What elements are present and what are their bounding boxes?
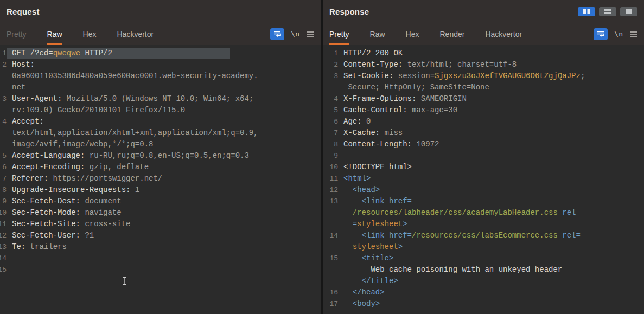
newline-toggle-button[interactable]: \n: [291, 30, 299, 38]
code-line[interactable]: 3Set-Cookie: session=Sjgxszu3oJXefTVGAUG…: [323, 71, 644, 82]
code-line[interactable]: 5Cache-Control: max-age=30: [323, 105, 644, 116]
code-line[interactable]: 15: [0, 264, 321, 275]
newline-toggle-button[interactable]: \n: [614, 30, 623, 38]
response-editor[interactable]: 1HTTP/2 200 OK2Content-Type: text/html; …: [323, 45, 644, 314]
code-line[interactable]: 1HTTP/2 200 OK: [323, 48, 644, 59]
code-line[interactable]: 12Sec-Fetch-User: ?1: [0, 230, 321, 241]
code-text: image/avif,image/webp,*/*;q=0.8: [7, 139, 321, 150]
layout-rows-button[interactable]: [599, 7, 616, 16]
code-text: 0a960011035386d480a059e600ac0001.web-sec…: [7, 71, 321, 82]
code-line[interactable]: 6Age: 0: [323, 116, 644, 127]
code-line[interactable]: rv:109.0) Gecko/20100101 Firefox/115.0: [0, 105, 321, 116]
code-text: Accept:: [7, 116, 321, 127]
line-number: 12: [323, 184, 338, 196]
columns-layout-icon: [583, 9, 590, 14]
response-panel: Response Pr: [323, 0, 644, 314]
line-number: [323, 264, 338, 275]
code-line[interactable]: 9: [323, 150, 644, 162]
code-line[interactable]: 7X-Cache: miss: [323, 127, 644, 139]
code-line[interactable]: 1GET /?cd=qweqwe HTTP/2: [0, 48, 321, 59]
code-text: =stylesheet>: [338, 219, 644, 230]
code-line[interactable]: 6Accept-Encoding: gzip, deflate: [0, 162, 321, 173]
code-line[interactable]: </title>: [323, 275, 644, 287]
code-line[interactable]: 4Accept:: [0, 116, 321, 127]
code-line[interactable]: 9Sec-Fetch-Dest: document: [0, 196, 321, 207]
tab-raw[interactable]: Raw: [370, 23, 385, 45]
code-text: Content-Length: 10972: [338, 139, 644, 150]
code-line[interactable]: 14 <link href=/resources/css/labsEcommer…: [323, 230, 644, 241]
tab-hackvertor[interactable]: Hackvertor: [117, 23, 154, 45]
line-number: 13: [0, 241, 7, 253]
code-text: <head>: [338, 184, 644, 196]
code-line[interactable]: stylesheet>: [323, 241, 644, 253]
tab-hex[interactable]: Hex: [83, 23, 97, 45]
code-line[interactable]: 12 <head>: [323, 184, 644, 196]
code-line[interactable]: 0a960011035386d480a059e600ac0001.web-sec…: [0, 71, 321, 82]
line-number: [0, 139, 7, 150]
line-number: 6: [0, 162, 7, 173]
code-line[interactable]: 10Sec-Fetch-Mode: navigate: [0, 207, 321, 219]
editor-menu-button[interactable]: [306, 31, 314, 37]
code-line[interactable]: 13Te: trailers: [0, 241, 321, 253]
code-text: Sec-Fetch-Dest: document: [7, 196, 321, 207]
code-line[interactable]: 4X-Frame-Options: SAMEORIGIN: [323, 93, 644, 105]
line-number: 10: [0, 207, 7, 219]
tab-raw[interactable]: Raw: [47, 23, 62, 45]
line-number: 11: [0, 219, 7, 230]
code-line[interactable]: 17 <body>: [323, 298, 644, 310]
code-line[interactable]: 11<html>: [323, 173, 644, 184]
code-line[interactable]: 8Upgrade-Insecure-Requests: 1: [0, 184, 321, 196]
code-line[interactable]: 10<!DOCTYPE html>: [323, 162, 644, 173]
code-line[interactable]: text/html,application/xhtml+xml,applicat…: [0, 127, 321, 139]
line-number: 4: [0, 116, 7, 127]
code-text: Upgrade-Insecure-Requests: 1: [7, 184, 321, 196]
code-line[interactable]: 5Accept-Language: ru-RU,ru;q=0.8,en-US;q…: [0, 150, 321, 162]
code-text: <!DOCTYPE html>: [338, 162, 644, 173]
newline-icon: \n: [291, 30, 299, 38]
soft-wrap-button[interactable]: [594, 28, 608, 40]
request-editor[interactable]: 1GET /?cd=qweqwe HTTP/22Host:0a960011035…: [0, 45, 321, 314]
code-line[interactable]: /resources/labheader/css/academyLabHeade…: [323, 207, 644, 219]
response-panel-title: Response: [329, 7, 369, 16]
menu-icon: [629, 31, 637, 37]
line-number: 9: [323, 150, 338, 162]
request-toolbar: \n: [270, 23, 314, 45]
soft-wrap-icon: [273, 30, 282, 38]
ibeam-mouse-cursor: [122, 277, 128, 285]
code-line[interactable]: =stylesheet>: [323, 219, 644, 230]
code-text: rv:109.0) Gecko/20100101 Firefox/115.0: [7, 105, 321, 116]
code-line[interactable]: 2Content-Type: text/html; charset=utf-8: [323, 59, 644, 71]
code-text: Accept-Language: ru-RU,ru;q=0.8,en-US;q=…: [7, 150, 321, 162]
code-line[interactable]: 13 <link href=: [323, 196, 644, 207]
code-line[interactable]: 3User-Agent: Mozilla/5.0 (Windows NT 10.…: [0, 93, 321, 105]
line-number: 16: [323, 287, 338, 298]
code-line[interactable]: image/avif,image/webp,*/*;q=0.8: [0, 139, 321, 150]
request-panel-title: Request: [7, 7, 40, 16]
code-line[interactable]: 16 </head>: [323, 287, 644, 298]
editor-menu-button[interactable]: [629, 31, 637, 37]
code-text: Host:: [7, 59, 321, 71]
code-line[interactable]: 2Host:: [0, 59, 321, 71]
code-line[interactable]: Secure; HttpOnly; SameSite=None: [323, 82, 644, 93]
tab-pretty[interactable]: Pretty: [7, 23, 27, 45]
tab-hex[interactable]: Hex: [406, 23, 419, 45]
code-line[interactable]: Web cache poisoning with an unkeyed head…: [323, 264, 644, 275]
line-number: [0, 71, 7, 82]
line-number: 9: [0, 196, 7, 207]
code-line[interactable]: 7Referer: https://portswigger.net/: [0, 173, 321, 184]
tab-pretty[interactable]: Pretty: [329, 23, 349, 45]
soft-wrap-button[interactable]: [270, 28, 284, 40]
line-number: 13: [323, 196, 338, 207]
code-line[interactable]: 8Content-Length: 10972: [323, 139, 644, 150]
code-text: User-Agent: Mozilla/5.0 (Windows NT 10.0…: [7, 93, 321, 105]
tab-hackvertor[interactable]: Hackvertor: [485, 23, 522, 45]
code-line[interactable]: 14: [0, 253, 321, 264]
code-line[interactable]: 11Sec-Fetch-Site: cross-site: [0, 219, 321, 230]
line-number: 1: [323, 48, 338, 59]
code-line[interactable]: 15 <title>: [323, 253, 644, 264]
layout-single-button[interactable]: [620, 7, 637, 16]
layout-columns-button[interactable]: [578, 7, 595, 16]
tab-render[interactable]: Render: [440, 23, 465, 45]
code-line[interactable]: net: [0, 82, 321, 93]
code-text: Web cache poisoning with an unkeyed head…: [338, 264, 644, 275]
